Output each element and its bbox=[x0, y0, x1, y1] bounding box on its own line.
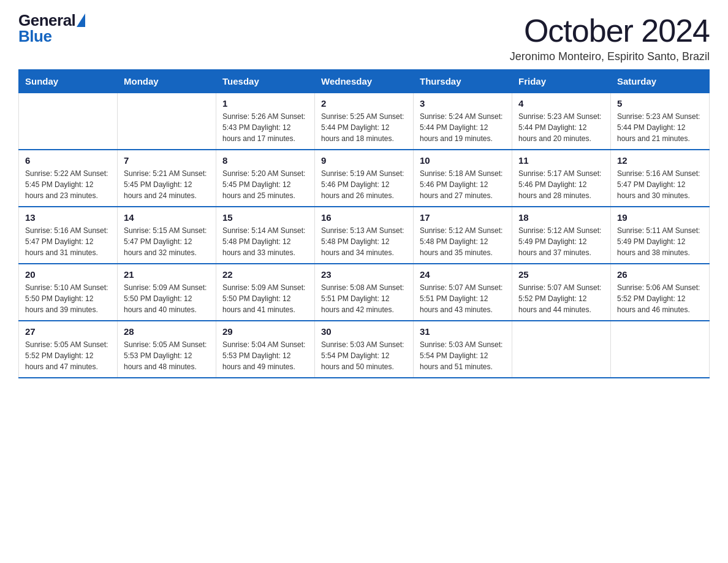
day-number: 2 bbox=[321, 98, 407, 109]
header-tuesday: Tuesday bbox=[216, 70, 315, 93]
calendar-cell: 23Sunrise: 5:08 AM Sunset: 5:51 PM Dayli… bbox=[315, 264, 414, 321]
day-number: 31 bbox=[420, 326, 506, 337]
calendar-cell: 14Sunrise: 5:15 AM Sunset: 5:47 PM Dayli… bbox=[118, 207, 216, 264]
day-detail: Sunrise: 5:18 AM Sunset: 5:46 PM Dayligh… bbox=[420, 168, 506, 201]
calendar-table: Sunday Monday Tuesday Wednesday Thursday… bbox=[18, 69, 710, 378]
day-detail: Sunrise: 5:03 AM Sunset: 5:54 PM Dayligh… bbox=[321, 339, 407, 372]
day-detail: Sunrise: 5:26 AM Sunset: 5:43 PM Dayligh… bbox=[222, 111, 308, 144]
calendar-cell bbox=[611, 321, 710, 378]
calendar-cell: 22Sunrise: 5:09 AM Sunset: 5:50 PM Dayli… bbox=[216, 264, 315, 321]
day-number: 7 bbox=[124, 155, 210, 166]
day-number: 27 bbox=[25, 326, 111, 337]
day-detail: Sunrise: 5:25 AM Sunset: 5:44 PM Dayligh… bbox=[321, 111, 407, 144]
day-detail: Sunrise: 5:19 AM Sunset: 5:46 PM Dayligh… bbox=[321, 168, 407, 201]
day-detail: Sunrise: 5:10 AM Sunset: 5:50 PM Dayligh… bbox=[25, 282, 111, 315]
calendar-cell: 3Sunrise: 5:24 AM Sunset: 5:44 PM Daylig… bbox=[414, 93, 512, 150]
logo: General Blue bbox=[18, 12, 85, 44]
calendar-cell: 30Sunrise: 5:03 AM Sunset: 5:54 PM Dayli… bbox=[315, 321, 414, 378]
logo-text: General Blue bbox=[18, 12, 75, 44]
day-number: 9 bbox=[321, 155, 407, 166]
day-number: 20 bbox=[25, 269, 111, 280]
calendar-cell: 9Sunrise: 5:19 AM Sunset: 5:46 PM Daylig… bbox=[315, 150, 414, 207]
day-number: 25 bbox=[518, 269, 604, 280]
calendar-cell bbox=[19, 93, 118, 150]
calendar-cell: 4Sunrise: 5:23 AM Sunset: 5:44 PM Daylig… bbox=[512, 93, 611, 150]
day-detail: Sunrise: 5:24 AM Sunset: 5:44 PM Dayligh… bbox=[420, 111, 506, 144]
calendar-cell: 26Sunrise: 5:06 AM Sunset: 5:52 PM Dayli… bbox=[611, 264, 710, 321]
calendar-cell: 8Sunrise: 5:20 AM Sunset: 5:45 PM Daylig… bbox=[216, 150, 315, 207]
day-number: 14 bbox=[124, 212, 210, 223]
calendar-cell: 21Sunrise: 5:09 AM Sunset: 5:50 PM Dayli… bbox=[118, 264, 216, 321]
calendar-week-row: 6Sunrise: 5:22 AM Sunset: 5:45 PM Daylig… bbox=[19, 150, 710, 207]
logo-blue: Blue bbox=[18, 28, 75, 44]
day-detail: Sunrise: 5:04 AM Sunset: 5:53 PM Dayligh… bbox=[222, 339, 308, 372]
page-header: General Blue October 2024 Jeronimo Monte… bbox=[18, 12, 710, 63]
day-detail: Sunrise: 5:17 AM Sunset: 5:46 PM Dayligh… bbox=[518, 168, 604, 201]
day-detail: Sunrise: 5:23 AM Sunset: 5:44 PM Dayligh… bbox=[617, 111, 703, 144]
day-number: 17 bbox=[420, 212, 506, 223]
calendar-week-row: 13Sunrise: 5:16 AM Sunset: 5:47 PM Dayli… bbox=[19, 207, 710, 264]
day-detail: Sunrise: 5:12 AM Sunset: 5:49 PM Dayligh… bbox=[518, 225, 604, 258]
calendar-cell: 29Sunrise: 5:04 AM Sunset: 5:53 PM Dayli… bbox=[216, 321, 315, 378]
day-detail: Sunrise: 5:13 AM Sunset: 5:48 PM Dayligh… bbox=[321, 225, 407, 258]
header-wednesday: Wednesday bbox=[315, 70, 414, 93]
calendar-cell: 11Sunrise: 5:17 AM Sunset: 5:46 PM Dayli… bbox=[512, 150, 611, 207]
day-detail: Sunrise: 5:12 AM Sunset: 5:48 PM Dayligh… bbox=[420, 225, 506, 258]
day-detail: Sunrise: 5:15 AM Sunset: 5:47 PM Dayligh… bbox=[124, 225, 210, 258]
day-number: 13 bbox=[25, 212, 111, 223]
day-number: 16 bbox=[321, 212, 407, 223]
day-number: 26 bbox=[617, 269, 703, 280]
day-detail: Sunrise: 5:07 AM Sunset: 5:51 PM Dayligh… bbox=[420, 282, 506, 315]
calendar-cell: 17Sunrise: 5:12 AM Sunset: 5:48 PM Dayli… bbox=[414, 207, 512, 264]
day-detail: Sunrise: 5:03 AM Sunset: 5:54 PM Dayligh… bbox=[420, 339, 506, 372]
day-detail: Sunrise: 5:05 AM Sunset: 5:52 PM Dayligh… bbox=[25, 339, 111, 372]
day-number: 30 bbox=[321, 326, 407, 337]
day-detail: Sunrise: 5:06 AM Sunset: 5:52 PM Dayligh… bbox=[617, 282, 703, 315]
calendar-cell: 5Sunrise: 5:23 AM Sunset: 5:44 PM Daylig… bbox=[611, 93, 710, 150]
day-number: 21 bbox=[124, 269, 210, 280]
calendar-header: Sunday Monday Tuesday Wednesday Thursday… bbox=[19, 70, 710, 93]
calendar-cell: 27Sunrise: 5:05 AM Sunset: 5:52 PM Dayli… bbox=[19, 321, 118, 378]
day-number: 15 bbox=[222, 212, 308, 223]
day-number: 12 bbox=[617, 155, 703, 166]
day-number: 10 bbox=[420, 155, 506, 166]
day-number: 5 bbox=[617, 98, 703, 109]
header-sunday: Sunday bbox=[19, 70, 118, 93]
day-detail: Sunrise: 5:11 AM Sunset: 5:49 PM Dayligh… bbox=[617, 225, 703, 258]
day-number: 18 bbox=[518, 212, 604, 223]
calendar-cell: 20Sunrise: 5:10 AM Sunset: 5:50 PM Dayli… bbox=[19, 264, 118, 321]
calendar-cell: 31Sunrise: 5:03 AM Sunset: 5:54 PM Dayli… bbox=[414, 321, 512, 378]
day-number: 4 bbox=[518, 98, 604, 109]
calendar-cell: 25Sunrise: 5:07 AM Sunset: 5:52 PM Dayli… bbox=[512, 264, 611, 321]
day-detail: Sunrise: 5:16 AM Sunset: 5:47 PM Dayligh… bbox=[25, 225, 111, 258]
title-location: Jeronimo Monteiro, Espirito Santo, Brazi… bbox=[510, 50, 710, 63]
calendar-cell: 1Sunrise: 5:26 AM Sunset: 5:43 PM Daylig… bbox=[216, 93, 315, 150]
calendar-cell bbox=[118, 93, 216, 150]
day-number: 28 bbox=[124, 326, 210, 337]
day-number: 1 bbox=[222, 98, 308, 109]
calendar-week-row: 20Sunrise: 5:10 AM Sunset: 5:50 PM Dayli… bbox=[19, 264, 710, 321]
day-number: 22 bbox=[222, 269, 308, 280]
calendar-cell: 10Sunrise: 5:18 AM Sunset: 5:46 PM Dayli… bbox=[414, 150, 512, 207]
header-thursday: Thursday bbox=[414, 70, 512, 93]
day-number: 11 bbox=[518, 155, 604, 166]
day-detail: Sunrise: 5:16 AM Sunset: 5:47 PM Dayligh… bbox=[617, 168, 703, 201]
calendar-cell: 18Sunrise: 5:12 AM Sunset: 5:49 PM Dayli… bbox=[512, 207, 611, 264]
calendar-cell bbox=[512, 321, 611, 378]
day-detail: Sunrise: 5:20 AM Sunset: 5:45 PM Dayligh… bbox=[222, 168, 308, 201]
day-number: 8 bbox=[222, 155, 308, 166]
calendar-week-row: 1Sunrise: 5:26 AM Sunset: 5:43 PM Daylig… bbox=[19, 93, 710, 150]
day-detail: Sunrise: 5:14 AM Sunset: 5:48 PM Dayligh… bbox=[222, 225, 308, 258]
header-row: Sunday Monday Tuesday Wednesday Thursday… bbox=[19, 70, 710, 93]
calendar-cell: 28Sunrise: 5:05 AM Sunset: 5:53 PM Dayli… bbox=[118, 321, 216, 378]
day-detail: Sunrise: 5:09 AM Sunset: 5:50 PM Dayligh… bbox=[124, 282, 210, 315]
logo-general: General bbox=[18, 12, 75, 28]
day-number: 6 bbox=[25, 155, 111, 166]
day-number: 19 bbox=[617, 212, 703, 223]
day-number: 23 bbox=[321, 269, 407, 280]
day-detail: Sunrise: 5:09 AM Sunset: 5:50 PM Dayligh… bbox=[222, 282, 308, 315]
calendar-cell: 6Sunrise: 5:22 AM Sunset: 5:45 PM Daylig… bbox=[19, 150, 118, 207]
day-number: 29 bbox=[222, 326, 308, 337]
day-detail: Sunrise: 5:22 AM Sunset: 5:45 PM Dayligh… bbox=[25, 168, 111, 201]
day-detail: Sunrise: 5:08 AM Sunset: 5:51 PM Dayligh… bbox=[321, 282, 407, 315]
